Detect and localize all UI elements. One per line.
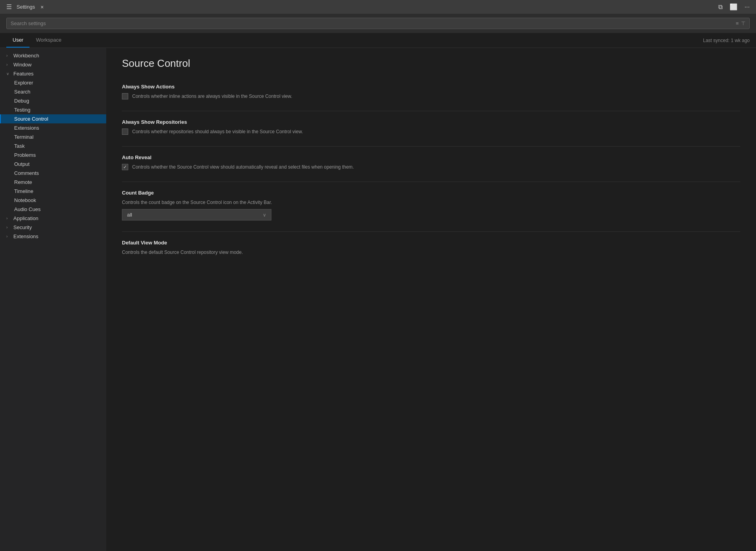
more-actions-icon[interactable]: ··· (743, 2, 751, 12)
title-bar-actions: ⧉ ⬜ ··· (717, 2, 751, 12)
sync-label: Last synced: 1 wk ago (703, 38, 750, 43)
sidebar-item-comments[interactable]: Comments (0, 169, 106, 178)
setting-row: ✓ Controls whether the Source Control vi… (122, 163, 740, 171)
sidebar-item-task[interactable]: Task (0, 141, 106, 151)
tabs-bar: User Workspace Last synced: 1 wk ago (0, 33, 756, 48)
setting-row: Controls whether inline actions are alwa… (122, 93, 740, 100)
sidebar-item-label: Timeline (14, 188, 33, 194)
sidebar-item-security[interactable]: › Security (0, 223, 106, 232)
sidebar-item-label: Workbench (13, 53, 39, 59)
close-tab-button[interactable]: × (38, 3, 46, 11)
sidebar-item-label: Terminal (14, 134, 33, 140)
checkmark-icon: ✓ (123, 164, 127, 170)
sidebar-item-timeline[interactable]: Timeline (0, 187, 106, 196)
sidebar-item-notebook[interactable]: Notebook (0, 196, 106, 205)
sidebar-item-explorer[interactable]: Explorer (0, 78, 106, 87)
sidebar-item-label: Output (14, 161, 30, 167)
sidebar-item-audio-cues[interactable]: Audio Cues (0, 205, 106, 214)
sidebar-item-label: Task (14, 143, 25, 149)
setting-label: Default View Mode (122, 240, 740, 246)
setting-label: Always Show Repositories (122, 119, 740, 125)
always-show-repositories-checkbox[interactable] (122, 129, 128, 135)
sidebar-item-label: Audio Cues (14, 206, 41, 212)
separator (122, 231, 740, 232)
auto-reveal-checkbox[interactable]: ✓ (122, 164, 128, 170)
sidebar-item-output[interactable]: Output (0, 160, 106, 169)
chevron-right-icon: › (6, 234, 11, 239)
sidebar-item-testing[interactable]: Testing (0, 105, 106, 114)
setting-label: Always Show Actions (122, 84, 740, 90)
setting-description: Controls whether inline actions are alwa… (132, 93, 292, 100)
title-bar-left: ☰ Settings × (5, 2, 46, 12)
separator (122, 146, 740, 147)
chevron-down-icon: ∨ (6, 72, 11, 76)
sidebar-item-label item-label: Source Control (14, 116, 48, 122)
sidebar-item-application[interactable]: › Application (0, 214, 106, 223)
search-icons: ≡ ⊤ (736, 20, 745, 26)
list-icon[interactable]: ≡ (736, 20, 739, 26)
sidebar-item-label: Search (14, 89, 30, 95)
sidebar-item-workbench[interactable]: › Workbench (0, 51, 106, 60)
settings-title: Settings (17, 4, 35, 10)
sidebar-item-window[interactable]: › Window (0, 60, 106, 69)
sidebar-item-label: Extensions (13, 233, 39, 239)
setting-auto-reveal: Auto Reveal ✓ Controls whether the Sourc… (122, 154, 740, 171)
chevron-right-icon: › (6, 53, 11, 58)
sidebar-item-label: Features (13, 71, 33, 77)
main-layout: › Workbench › Window ∨ Features Explorer… (0, 48, 756, 551)
sidebar-item-terminal[interactable]: Terminal (0, 132, 106, 141)
sidebar-item-problems[interactable]: Problems (0, 151, 106, 160)
sidebar-item-extensions2[interactable]: › Extensions (0, 232, 106, 241)
sidebar-item-remote[interactable]: Remote (0, 178, 106, 187)
chevron-right-icon: › (6, 225, 11, 230)
sidebar-item-label: Testing (14, 107, 30, 113)
setting-count-badge: Count Badge Controls the count badge on … (122, 190, 740, 220)
split-editor-icon[interactable]: ⧉ (717, 2, 724, 12)
chevron-right-icon: › (6, 216, 11, 220)
chevron-down-icon: ∨ (263, 212, 266, 218)
setting-description: Controls whether the Source Control view… (132, 163, 354, 171)
count-badge-dropdown[interactable]: all ∨ (122, 209, 271, 220)
sidebar-item-label: Extensions (14, 125, 39, 131)
title-bar: ☰ Settings × ⧉ ⬜ ··· (0, 0, 756, 14)
filter-icon[interactable]: ⊤ (741, 20, 745, 26)
page-title: Source Control (122, 57, 740, 74)
sidebar-item-label: Security (13, 224, 32, 230)
setting-row: Controls whether repositories should alw… (122, 128, 740, 135)
separator (122, 111, 740, 111)
setting-description: Controls the count badge on the Source C… (122, 199, 740, 206)
content-area: Source Control Always Show Actions Contr… (106, 48, 756, 551)
sidebar-item-extensions[interactable]: Extensions (0, 123, 106, 132)
sidebar-item-label: Application (13, 215, 39, 221)
sidebar-item-source-control[interactable]: Source Control (0, 114, 106, 123)
sidebar-item-debug[interactable]: Debug (0, 96, 106, 105)
menu-icon[interactable]: ☰ (5, 2, 13, 12)
sidebar-item-label: Explorer (14, 80, 33, 86)
chevron-right-icon: › (6, 62, 11, 67)
sidebar-item-label: Comments (14, 170, 39, 176)
tab-user[interactable]: User (6, 33, 30, 48)
separator (122, 182, 740, 182)
sidebar-item-label: Window (13, 62, 31, 68)
sidebar-item-label: Notebook (14, 197, 36, 203)
setting-default-view-mode: Default View Mode Controls the default S… (122, 240, 740, 256)
search-bar: ≡ ⊤ (0, 14, 756, 33)
dropdown-value: all (127, 212, 132, 218)
search-input[interactable] (11, 20, 736, 26)
setting-label: Count Badge (122, 190, 740, 196)
sidebar-item-features[interactable]: ∨ Features (0, 69, 106, 78)
sidebar-item-search[interactable]: Search (0, 87, 106, 96)
setting-label: Auto Reveal (122, 154, 740, 160)
layout-icon[interactable]: ⬜ (728, 2, 739, 12)
search-wrapper: ≡ ⊤ (6, 18, 750, 29)
sidebar-item-label: Problems (14, 152, 36, 158)
sidebar: › Workbench › Window ∨ Features Explorer… (0, 48, 106, 551)
tab-workspace[interactable]: Workspace (30, 33, 68, 48)
setting-always-show-repositories: Always Show Repositories Controls whethe… (122, 119, 740, 135)
setting-description: Controls the default Source Control repo… (122, 249, 740, 256)
settings-tabs: User Workspace (6, 33, 68, 48)
sidebar-item-label: Debug (14, 98, 29, 104)
sidebar-item-label: Remote (14, 179, 32, 185)
always-show-actions-checkbox[interactable] (122, 93, 128, 99)
setting-description: Controls whether repositories should alw… (132, 128, 303, 135)
